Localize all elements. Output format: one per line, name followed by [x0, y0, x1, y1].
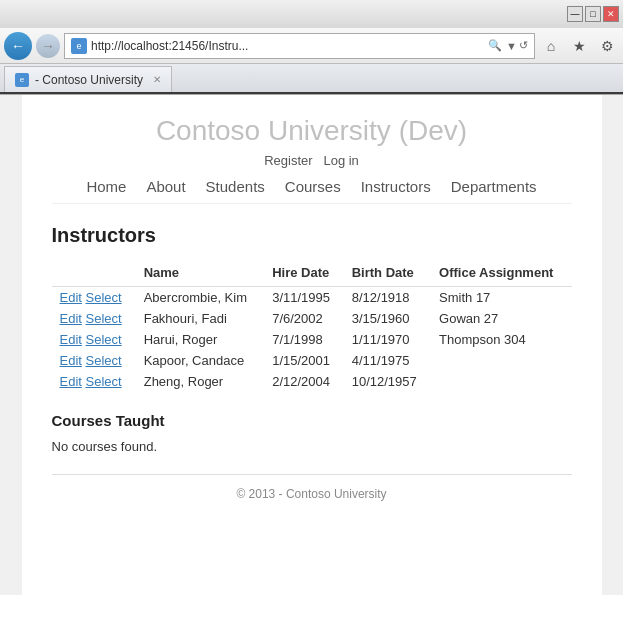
minimize-button[interactable]: — [567, 6, 583, 22]
refresh-icon[interactable]: ▼ [506, 40, 517, 52]
back-button[interactable]: ← [4, 32, 32, 60]
row-2-office: Thompson 304 [431, 329, 571, 350]
address-bar[interactable]: e http://localhost:21456/Instru... 🔍 ▼ ↺ [64, 33, 535, 59]
table-row: Edit SelectZheng, Roger2/12/200410/12/19… [52, 371, 572, 392]
col-actions [52, 261, 136, 287]
row-4-name: Zheng, Roger [136, 371, 265, 392]
row-4-office [431, 371, 571, 392]
row-0-office: Smith 17 [431, 287, 571, 309]
row-3-hire-date: 1/15/2001 [264, 350, 344, 371]
table-row: Edit SelectHarui, Roger7/1/19981/11/1970… [52, 329, 572, 350]
col-name: Name [136, 261, 265, 287]
row-4-actions: Edit Select [52, 371, 136, 392]
edit-link-3[interactable]: Edit [60, 353, 82, 368]
row-0-birth-date: 8/12/1918 [344, 287, 431, 309]
site-auth: Register Log in [52, 153, 572, 168]
edit-link-0[interactable]: Edit [60, 290, 82, 305]
row-3-birth-date: 4/11/1975 [344, 350, 431, 371]
close-button[interactable]: ✕ [603, 6, 619, 22]
row-3-actions: Edit Select [52, 350, 136, 371]
page-heading: Instructors [52, 224, 572, 247]
edit-link-4[interactable]: Edit [60, 374, 82, 389]
row-0-name: Abercrombie, Kim [136, 287, 265, 309]
window-controls: — □ ✕ [567, 6, 619, 22]
nav-home[interactable]: Home [86, 178, 126, 195]
site-title: Contoso University (Dev) [52, 115, 572, 147]
row-1-birth-date: 3/15/1960 [344, 308, 431, 329]
col-office: Office Assignment [431, 261, 571, 287]
table-row: Edit SelectFakhouri, Fadi7/6/20023/15/19… [52, 308, 572, 329]
title-bar: — □ ✕ [0, 0, 623, 28]
nav-about[interactable]: About [146, 178, 185, 195]
tab-title: - Contoso University [35, 73, 143, 87]
tab-close-button[interactable]: ✕ [153, 74, 161, 85]
courses-taught-heading: Courses Taught [52, 412, 572, 429]
select-link-0[interactable]: Select [86, 290, 122, 305]
favorites-icon[interactable]: ★ [567, 34, 591, 58]
page-content: Contoso University (Dev) Register Log in… [0, 95, 623, 595]
col-birth-date: Birth Date [344, 261, 431, 287]
search-address-icon: 🔍 [488, 39, 502, 52]
row-3-office [431, 350, 571, 371]
register-link[interactable]: Register [264, 153, 312, 168]
tab-favicon: e [15, 73, 29, 87]
edit-link-2[interactable]: Edit [60, 332, 82, 347]
table-header-row: Name Hire Date Birth Date Office Assignm… [52, 261, 572, 287]
browser-window: — □ ✕ ← → e http://localhost:21456/Instr… [0, 0, 623, 95]
no-courses-message: No courses found. [52, 439, 572, 454]
login-link[interactable]: Log in [323, 153, 358, 168]
nav-departments[interactable]: Departments [451, 178, 537, 195]
row-1-hire-date: 7/6/2002 [264, 308, 344, 329]
nav-bar: ← → e http://localhost:21456/Instru... 🔍… [0, 28, 623, 64]
page-footer: © 2013 - Contoso University [52, 474, 572, 513]
row-3-name: Kapoor, Candace [136, 350, 265, 371]
row-1-name: Fakhouri, Fadi [136, 308, 265, 329]
table-row: Edit SelectAbercrombie, Kim3/11/19958/12… [52, 287, 572, 309]
stop-icon[interactable]: ↺ [519, 39, 528, 52]
select-link-1[interactable]: Select [86, 311, 122, 326]
row-2-birth-date: 1/11/1970 [344, 329, 431, 350]
tab-bar: e - Contoso University ✕ [0, 64, 623, 94]
browser-nav-icons: ⌂ ★ ⚙ [539, 34, 619, 58]
forward-button[interactable]: → [36, 34, 60, 58]
row-2-hire-date: 7/1/1998 [264, 329, 344, 350]
maximize-button[interactable]: □ [585, 6, 601, 22]
instructors-table: Name Hire Date Birth Date Office Assignm… [52, 261, 572, 392]
row-4-birth-date: 10/12/1957 [344, 371, 431, 392]
settings-icon[interactable]: ⚙ [595, 34, 619, 58]
select-link-4[interactable]: Select [86, 374, 122, 389]
table-row: Edit SelectKapoor, Candace1/15/20014/11/… [52, 350, 572, 371]
page-inner: Contoso University (Dev) Register Log in… [22, 95, 602, 595]
row-2-name: Harui, Roger [136, 329, 265, 350]
address-text: http://localhost:21456/Instru... [91, 39, 486, 53]
row-0-hire-date: 3/11/1995 [264, 287, 344, 309]
edit-link-1[interactable]: Edit [60, 311, 82, 326]
page-icon: e [71, 38, 87, 54]
active-tab[interactable]: e - Contoso University ✕ [4, 66, 172, 92]
site-nav: Home About Students Courses Instructors … [52, 178, 572, 204]
row-1-actions: Edit Select [52, 308, 136, 329]
nav-instructors[interactable]: Instructors [361, 178, 431, 195]
col-hire-date: Hire Date [264, 261, 344, 287]
nav-courses[interactable]: Courses [285, 178, 341, 195]
home-icon[interactable]: ⌂ [539, 34, 563, 58]
select-link-2[interactable]: Select [86, 332, 122, 347]
nav-students[interactable]: Students [206, 178, 265, 195]
row-1-office: Gowan 27 [431, 308, 571, 329]
row-2-actions: Edit Select [52, 329, 136, 350]
select-link-3[interactable]: Select [86, 353, 122, 368]
row-4-hire-date: 2/12/2004 [264, 371, 344, 392]
row-0-actions: Edit Select [52, 287, 136, 309]
